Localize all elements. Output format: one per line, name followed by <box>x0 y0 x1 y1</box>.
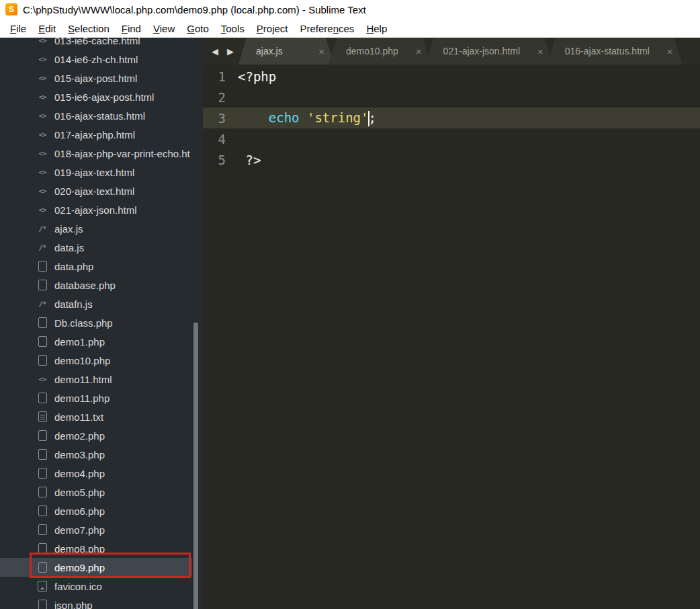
code-line-5[interactable]: 5 ?> <box>203 149 700 170</box>
tab-close-icon[interactable]: × <box>650 46 673 57</box>
sidebar-scrollbar-thumb[interactable] <box>193 323 198 609</box>
file-item-021-ajax-json.html[interactable]: 021-ajax-json.html <box>0 200 192 219</box>
file-item-020-ajax-text.html[interactable]: 020-ajax-text.html <box>0 181 192 200</box>
file-name: 015-ie6-ajax-post.html <box>54 91 154 103</box>
file-name: favicon.ico <box>54 581 102 592</box>
line-number: 2 <box>203 90 238 105</box>
html-file-icon <box>36 148 48 159</box>
file-file-icon <box>36 280 48 290</box>
code-token <box>300 110 307 125</box>
menu-item-edit[interactable]: Edit <box>32 23 62 34</box>
file-file-icon <box>36 355 48 366</box>
file-name: 013-ie6-cache.html <box>54 38 140 46</box>
menu-item-selection[interactable]: Selection <box>62 23 116 34</box>
file-item-019-ajax-text.html[interactable]: 019-ajax-text.html <box>0 163 192 181</box>
file-item-demo11.txt[interactable]: demo11.txt <box>0 407 192 426</box>
file-item-demo11.html[interactable]: demo11.html <box>0 370 192 389</box>
line-number: 3 <box>203 111 238 126</box>
file-item-018-ajax-php-var-print-echo.ht[interactable]: 018-ajax-php-var-print-echo.ht <box>0 144 192 163</box>
menu-item-help[interactable]: Help <box>360 23 393 34</box>
file-name: 017-ajax-php.html <box>54 129 135 140</box>
file-item-demo4.php[interactable]: demo4.php <box>0 464 192 483</box>
image-file-icon <box>36 581 48 592</box>
file-name: 020-ajax-text.html <box>54 186 134 197</box>
back-arrow-icon[interactable]: ◀ <box>212 46 218 56</box>
tab-021-ajax-json.html[interactable]: 021-ajax-json.html× <box>426 38 553 65</box>
file-item-015-ie6-ajax-post.html[interactable]: 015-ie6-ajax-post.html <box>0 87 192 106</box>
file-item-Db.class.php[interactable]: Db.class.php <box>0 313 192 332</box>
file-name: ajax.js <box>54 223 83 235</box>
file-name: 015-ajax-post.html <box>54 73 137 84</box>
tab-nav-arrows: ◀ ▶ <box>203 38 244 65</box>
red-annotation-rectangle <box>30 553 191 578</box>
file-item-demo5.php[interactable]: demo5.php <box>0 483 192 501</box>
file-name: demo10.php <box>54 355 110 366</box>
file-name: demo11.html <box>54 374 112 385</box>
file-item-demo2.php[interactable]: demo2.php <box>0 426 192 445</box>
file-name: demo1.php <box>54 336 105 348</box>
file-item-ajax.js[interactable]: ajax.js <box>0 219 192 238</box>
file-name: json.php <box>54 600 93 609</box>
file-item-database.php[interactable]: database.php <box>0 276 192 294</box>
file-file-icon <box>36 317 48 328</box>
file-file-icon <box>36 487 48 497</box>
menu-item-find[interactable]: Find <box>116 23 147 34</box>
file-item-json.php[interactable]: json.php <box>0 596 192 609</box>
menu-item-file[interactable]: File <box>4 23 32 34</box>
file-name: demo2.php <box>54 430 105 442</box>
code-line-3[interactable]: 3 echo 'string'; <box>203 108 700 128</box>
file-item-demo11.php[interactable]: demo11.php <box>0 389 192 407</box>
file-name: demo5.php <box>54 487 105 498</box>
file-item-016-ajax-status.html[interactable]: 016-ajax-status.html <box>0 106 192 125</box>
file-item-favicon.ico[interactable]: favicon.ico <box>0 577 192 596</box>
menu-item-view[interactable]: View <box>147 23 181 34</box>
tab-close-icon[interactable]: × <box>301 46 324 57</box>
main-area: 013-ie6-cache.html014-ie6-zh-ch.html015-… <box>0 38 700 609</box>
forward-arrow-icon[interactable]: ▶ <box>227 46 234 56</box>
menu-item-goto[interactable]: Goto <box>181 23 215 34</box>
html-file-icon <box>36 91 48 102</box>
file-item-demo1.php[interactable]: demo1.php <box>0 332 192 351</box>
tab-016-ajax-status.html[interactable]: 016-ajax-status.html× <box>548 38 683 65</box>
code-token <box>238 110 269 125</box>
file-item-015-ajax-post.html[interactable]: 015-ajax-post.html <box>0 69 192 87</box>
file-item-017-ajax-php.html[interactable]: 017-ajax-php.html <box>0 125 192 144</box>
file-item-datafn.js[interactable]: datafn.js <box>0 294 192 313</box>
line-number: 1 <box>203 69 238 84</box>
code-token: <?php <box>238 69 276 84</box>
file-file-icon <box>36 336 48 347</box>
menu-item-tools[interactable]: Tools <box>215 23 251 34</box>
txt-file-icon <box>36 411 48 422</box>
file-name: 016-ajax-status.html <box>54 110 145 122</box>
file-item-data.php[interactable]: data.php <box>0 257 192 276</box>
code-line-1[interactable]: 1<?php <box>203 66 700 87</box>
file-item-014-ie6-zh-ch.html[interactable]: 014-ie6-zh-ch.html <box>0 50 192 69</box>
file-item-demo7.php[interactable]: demo7.php <box>0 520 192 539</box>
tab-ajax.js[interactable]: ajax.js× <box>238 38 334 65</box>
file-item-demo3.php[interactable]: demo3.php <box>0 445 192 464</box>
tab-close-icon[interactable]: × <box>520 46 543 57</box>
file-file-icon <box>36 468 48 479</box>
tab-label: 016-ajax-status.html <box>565 46 650 56</box>
title-bar: S C:\phpStudy\WWW\local.php.com\demo9.ph… <box>0 0 700 19</box>
file-item-demo6.php[interactable]: demo6.php <box>0 501 192 520</box>
file-item-013-ie6-cache.html[interactable]: 013-ie6-cache.html <box>0 38 192 50</box>
file-name: datafn.js <box>54 298 93 310</box>
code-editor[interactable]: 1<?php23 echo 'string';45 ?> <box>203 65 700 609</box>
file-item-data.js[interactable]: data.js <box>0 238 192 257</box>
menu-item-project[interactable]: Project <box>251 23 294 34</box>
file-name: demo4.php <box>54 468 105 479</box>
file-file-icon <box>36 449 48 460</box>
code-line-4[interactable]: 4 <box>203 128 700 149</box>
tab-close-icon[interactable]: × <box>398 46 422 57</box>
file-name: 021-ajax-json.html <box>54 204 137 216</box>
line-number: 4 <box>203 132 238 147</box>
file-item-demo10.php[interactable]: demo10.php <box>0 351 192 370</box>
window-title: C:\phpStudy\WWW\local.php.com\demo9.php … <box>23 4 366 15</box>
file-name: 018-ajax-php-var-print-echo.ht <box>54 148 190 159</box>
tab-demo10.php[interactable]: demo10.php× <box>329 38 431 65</box>
code-line-2[interactable]: 2 <box>203 87 700 108</box>
menu-bar: FileEditSelectionFindViewGotoToolsProjec… <box>0 19 700 38</box>
menu-item-preferences[interactable]: Preferences <box>294 23 360 34</box>
html-file-icon <box>36 38 48 46</box>
